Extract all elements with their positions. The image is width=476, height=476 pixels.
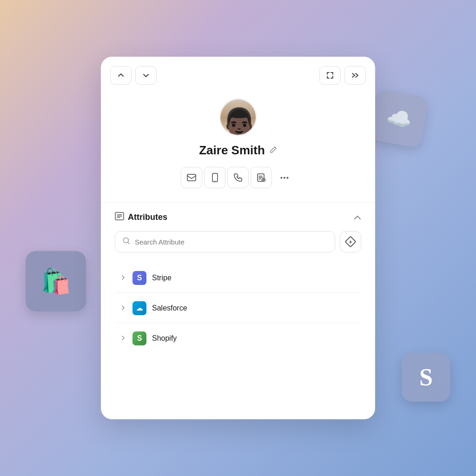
floating-cloud-icon: ☁️ xyxy=(370,89,429,148)
mobile-button[interactable] xyxy=(204,167,225,188)
stripe-label: Stripe xyxy=(152,274,172,282)
user-name: Zaire Smith xyxy=(199,143,265,158)
divider xyxy=(101,202,375,203)
expand-button[interactable] xyxy=(319,66,341,85)
cloud-symbol: ☁️ xyxy=(384,105,414,133)
attributes-title-row: Attributes xyxy=(115,212,167,223)
avatar xyxy=(219,99,257,136)
attributes-header: Attributes xyxy=(115,212,361,223)
shopify-label: Shopify xyxy=(152,334,177,343)
scroll-up-button[interactable] xyxy=(110,66,132,85)
integration-list: S Stripe ☁ Salesforce xyxy=(115,264,361,353)
add-attribute-button[interactable] xyxy=(340,231,361,252)
edit-name-icon[interactable] xyxy=(270,146,277,155)
forward-button[interactable] xyxy=(344,66,366,85)
salesforce-logo-icon: ☁ xyxy=(136,304,143,312)
shopify-logo-letter: S xyxy=(137,334,142,343)
svg-point-7 xyxy=(287,177,289,178)
toolbar-left xyxy=(110,66,157,85)
note-button[interactable] xyxy=(251,167,272,188)
attributes-section: Attributes xyxy=(101,212,375,353)
shopify-logo: S xyxy=(132,331,146,345)
floating-shopify-left-icon: 🛍️ xyxy=(26,251,86,311)
avatar-image xyxy=(220,99,257,136)
name-row: Zaire Smith xyxy=(199,143,277,158)
diamond-add-icon xyxy=(344,236,356,247)
main-card: Zaire Smith xyxy=(101,57,375,419)
salesforce-label: Salesforce xyxy=(152,304,187,312)
stripe-logo: S xyxy=(132,271,146,285)
list-item[interactable]: S Stripe xyxy=(115,264,361,293)
more-options-button[interactable] xyxy=(274,167,295,188)
profile-section: Zaire Smith xyxy=(101,99,375,202)
toolbar xyxy=(101,66,375,85)
list-item[interactable]: ☁ Salesforce xyxy=(115,294,361,323)
search-bar xyxy=(115,231,335,252)
scroll-down-button[interactable] xyxy=(135,66,157,85)
search-attribute-input[interactable] xyxy=(135,238,327,246)
toolbar-right xyxy=(319,66,366,85)
svg-rect-0 xyxy=(187,174,196,181)
expand-arrow-icon xyxy=(119,275,127,282)
shopify-bag-symbol: 🛍️ xyxy=(41,267,71,296)
list-item[interactable]: S Shopify xyxy=(115,324,361,353)
svg-point-6 xyxy=(284,177,285,178)
svg-point-2 xyxy=(214,180,215,181)
attributes-collapse-button[interactable] xyxy=(354,212,361,222)
salesforce-logo: ☁ xyxy=(132,301,146,315)
attributes-section-icon xyxy=(115,212,124,223)
stripe-logo-letter: S xyxy=(137,274,142,282)
search-icon xyxy=(123,237,130,246)
svg-point-5 xyxy=(281,177,283,178)
attributes-title: Attributes xyxy=(128,212,167,222)
expand-arrow-icon xyxy=(119,305,127,312)
shopify-s-symbol: S xyxy=(419,364,433,391)
search-container xyxy=(115,231,361,252)
phone-button[interactable] xyxy=(227,167,249,188)
email-button[interactable] xyxy=(181,167,202,188)
floating-shopify-right-icon: S xyxy=(402,353,450,402)
action-icons-row xyxy=(181,167,295,188)
expand-arrow-icon xyxy=(119,335,127,342)
